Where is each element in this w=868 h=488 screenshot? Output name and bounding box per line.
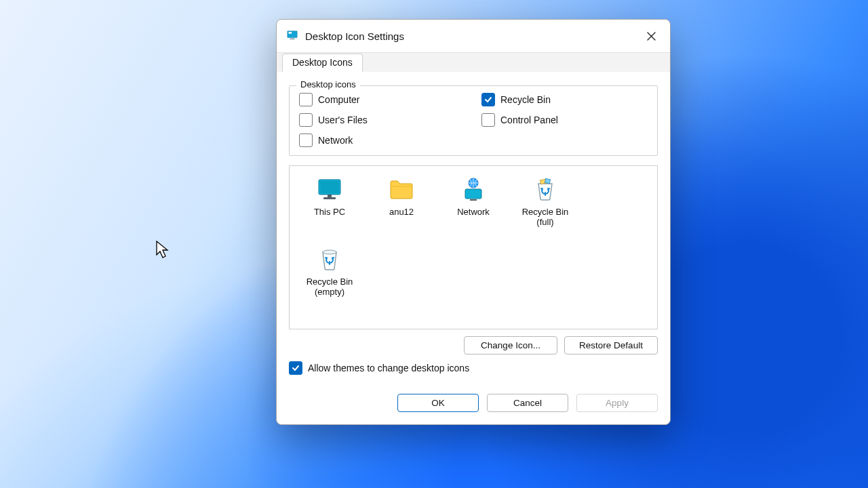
cancel-button[interactable]: Cancel [487,394,568,412]
recycle-bin-full-icon [532,176,559,205]
network-icon [460,176,487,205]
svg-rect-1 [290,38,294,39]
checkbox-label: Computer [318,94,359,105]
icon-label: Network [457,207,490,218]
svg-rect-11 [545,178,550,184]
icon-item-recycle-bin-empty[interactable]: Recycle Bin (empty) [295,243,364,300]
app-icon [286,29,298,43]
folder-icon [388,176,415,205]
restore-default-button[interactable]: Restore Default [564,336,658,354]
dialog-title: Desktop Icon Settings [305,30,404,42]
checkbox-control-panel[interactable]: Control Panel [481,113,648,127]
icon-item-this-pc[interactable]: This PC [295,173,364,230]
svg-point-12 [323,250,336,254]
checkbox-label: Allow themes to change desktop icons [308,363,469,373]
svg-rect-5 [328,195,332,197]
svg-rect-9 [470,199,477,201]
checkbox-recycle-bin[interactable]: Recycle Bin [481,93,648,106]
desktop-icons-group: Desktop icons Computer Recycle Bin User'… [289,85,658,156]
change-icon-button[interactable]: Change Icon... [464,336,557,354]
checkbox-network[interactable]: Network [299,134,465,147]
checkbox-label: Network [318,135,353,146]
icon-item-recycle-bin-full[interactable]: Recycle Bin (full) [511,173,580,230]
tab-desktop-icons[interactable]: Desktop Icons [282,54,363,72]
checkbox-label: User's Files [318,115,368,125]
icon-label: anu12 [389,207,414,218]
icon-label: Recycle Bin (empty) [307,277,353,298]
close-icon [647,32,656,41]
checkbox-users-files[interactable]: User's Files [299,113,465,127]
apply-button[interactable]: Apply [576,394,658,412]
titlebar[interactable]: Desktop Icon Settings [277,20,670,52]
recycle-bin-empty-icon [316,245,343,274]
icon-label: Recycle Bin (full) [522,207,569,228]
checkbox-label: Control Panel [500,115,558,125]
svg-rect-4 [320,181,339,193]
icon-item-user-folder[interactable]: anu12 [367,173,436,230]
ok-button[interactable]: OK [397,394,479,412]
checkbox-allow-themes[interactable]: Allow themes to change desktop icons [289,361,658,375]
svg-rect-8 [465,189,481,199]
desktop-icon-settings-dialog: Desktop Icon Settings Desktop Icons Desk… [276,19,671,425]
icon-label: This PC [314,207,345,218]
svg-rect-2 [289,32,292,34]
close-button[interactable] [642,26,660,45]
monitor-icon [316,176,343,205]
svg-rect-6 [323,197,336,199]
dialog-footer: OK Cancel Apply [277,394,670,424]
icon-item-network[interactable]: Network [439,173,508,230]
group-legend: Desktop icons [296,79,360,89]
icon-preview-list: This PC anu12 [289,165,658,329]
checkbox-label: Recycle Bin [500,94,551,105]
checkbox-computer[interactable]: Computer [299,93,465,106]
